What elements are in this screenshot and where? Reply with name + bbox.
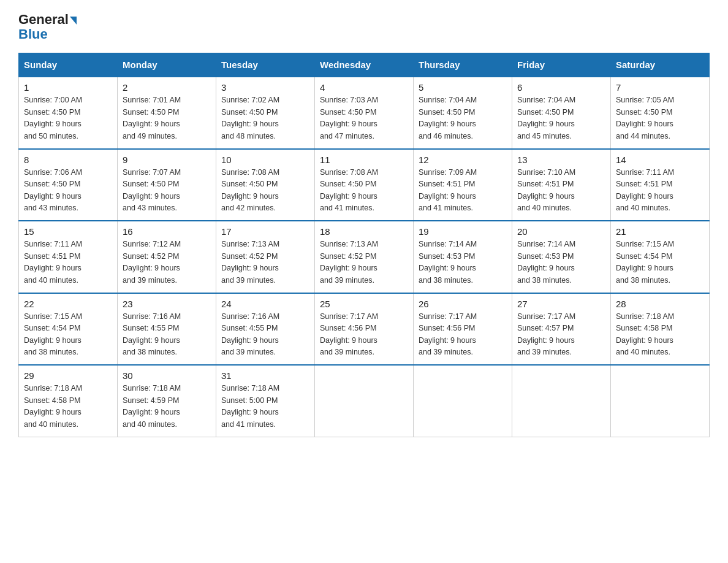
- day-info: Sunrise: 7:00 AMSunset: 4:50 PMDaylight:…: [24, 96, 82, 140]
- logo-blue: Blue: [18, 27, 48, 42]
- day-number: 21: [616, 226, 704, 237]
- day-info: Sunrise: 7:14 AMSunset: 4:53 PMDaylight:…: [419, 240, 477, 284]
- day-number: 22: [24, 299, 112, 309]
- weekday-header-sunday: Sunday: [19, 53, 118, 77]
- day-info: Sunrise: 7:13 AMSunset: 4:52 PMDaylight:…: [221, 240, 279, 284]
- day-info: Sunrise: 7:16 AMSunset: 4:55 PMDaylight:…: [221, 312, 279, 356]
- day-info: Sunrise: 7:18 AMSunset: 4:58 PMDaylight:…: [616, 312, 674, 356]
- day-number: 4: [320, 82, 408, 93]
- calendar-cell: 19 Sunrise: 7:14 AMSunset: 4:53 PMDaylig…: [414, 221, 512, 293]
- day-number: 31: [221, 370, 309, 381]
- day-info: Sunrise: 7:07 AMSunset: 4:50 PMDaylight:…: [123, 168, 181, 212]
- day-number: 2: [123, 82, 211, 93]
- day-info: Sunrise: 7:08 AMSunset: 4:50 PMDaylight:…: [320, 168, 378, 212]
- day-number: 10: [221, 155, 309, 165]
- calendar-cell: 20 Sunrise: 7:14 AMSunset: 4:53 PMDaylig…: [512, 221, 611, 293]
- logo-general: General: [18, 12, 69, 27]
- calendar-cell: 18 Sunrise: 7:13 AMSunset: 4:52 PMDaylig…: [315, 221, 414, 293]
- logo-arrow-icon: [70, 17, 77, 25]
- calendar-week-row: 8 Sunrise: 7:06 AMSunset: 4:50 PMDayligh…: [19, 149, 710, 221]
- calendar-table: SundayMondayTuesdayWednesdayThursdayFrid…: [18, 53, 710, 437]
- day-number: 15: [24, 226, 112, 237]
- day-number: 12: [419, 155, 507, 165]
- page-header: General Blue: [18, 12, 710, 42]
- day-info: Sunrise: 7:17 AMSunset: 4:56 PMDaylight:…: [419, 312, 477, 356]
- calendar-cell: 21 Sunrise: 7:15 AMSunset: 4:54 PMDaylig…: [611, 221, 710, 293]
- day-number: 9: [123, 155, 211, 165]
- day-info: Sunrise: 7:02 AMSunset: 4:50 PMDaylight:…: [221, 96, 279, 140]
- weekday-header-row: SundayMondayTuesdayWednesdayThursdayFrid…: [19, 53, 710, 77]
- weekday-header-thursday: Thursday: [414, 53, 512, 77]
- day-info: Sunrise: 7:09 AMSunset: 4:51 PMDaylight:…: [419, 168, 477, 212]
- day-number: 6: [517, 82, 605, 93]
- day-number: 1: [24, 82, 112, 93]
- day-info: Sunrise: 7:17 AMSunset: 4:57 PMDaylight:…: [517, 312, 575, 356]
- day-number: 29: [24, 370, 112, 381]
- calendar-cell: 3 Sunrise: 7:02 AMSunset: 4:50 PMDayligh…: [216, 77, 315, 149]
- calendar-cell: 26 Sunrise: 7:17 AMSunset: 4:56 PMDaylig…: [414, 293, 512, 366]
- weekday-header-wednesday: Wednesday: [315, 53, 414, 77]
- day-info: Sunrise: 7:06 AMSunset: 4:50 PMDaylight:…: [24, 168, 82, 212]
- calendar-cell: 12 Sunrise: 7:09 AMSunset: 4:51 PMDaylig…: [414, 149, 512, 221]
- day-number: 28: [616, 299, 704, 309]
- day-number: 25: [320, 299, 408, 309]
- calendar-week-row: 29 Sunrise: 7:18 AMSunset: 4:58 PMDaylig…: [19, 365, 710, 437]
- weekday-header-monday: Monday: [118, 53, 216, 77]
- calendar-cell: 28 Sunrise: 7:18 AMSunset: 4:58 PMDaylig…: [611, 293, 710, 366]
- day-info: Sunrise: 7:12 AMSunset: 4:52 PMDaylight:…: [123, 240, 181, 284]
- calendar-cell: 30 Sunrise: 7:18 AMSunset: 4:59 PMDaylig…: [118, 365, 216, 437]
- day-number: 24: [221, 299, 309, 309]
- calendar-cell: 22 Sunrise: 7:15 AMSunset: 4:54 PMDaylig…: [19, 293, 118, 366]
- calendar-cell: [611, 365, 710, 437]
- weekday-header-friday: Friday: [512, 53, 611, 77]
- calendar-cell: 13 Sunrise: 7:10 AMSunset: 4:51 PMDaylig…: [512, 149, 611, 221]
- day-info: Sunrise: 7:11 AMSunset: 4:51 PMDaylight:…: [24, 240, 82, 284]
- calendar-cell: 7 Sunrise: 7:05 AMSunset: 4:50 PMDayligh…: [611, 77, 710, 149]
- day-info: Sunrise: 7:08 AMSunset: 4:50 PMDaylight:…: [221, 168, 279, 212]
- calendar-cell: 14 Sunrise: 7:11 AMSunset: 4:51 PMDaylig…: [611, 149, 710, 221]
- day-number: 11: [320, 155, 408, 165]
- day-number: 26: [419, 299, 507, 309]
- day-info: Sunrise: 7:10 AMSunset: 4:51 PMDaylight:…: [517, 168, 575, 212]
- day-number: 3: [221, 82, 309, 93]
- day-info: Sunrise: 7:18 AMSunset: 5:00 PMDaylight:…: [221, 384, 279, 428]
- day-number: 27: [517, 299, 605, 309]
- day-number: 18: [320, 226, 408, 237]
- day-number: 30: [123, 370, 211, 381]
- day-info: Sunrise: 7:18 AMSunset: 4:58 PMDaylight:…: [24, 384, 82, 428]
- day-number: 5: [419, 82, 507, 93]
- logo: General Blue: [18, 12, 77, 42]
- calendar-cell: 23 Sunrise: 7:16 AMSunset: 4:55 PMDaylig…: [118, 293, 216, 366]
- calendar-cell: [414, 365, 512, 437]
- calendar-cell: 4 Sunrise: 7:03 AMSunset: 4:50 PMDayligh…: [315, 77, 414, 149]
- weekday-header-tuesday: Tuesday: [216, 53, 315, 77]
- day-info: Sunrise: 7:13 AMSunset: 4:52 PMDaylight:…: [320, 240, 378, 284]
- day-info: Sunrise: 7:18 AMSunset: 4:59 PMDaylight:…: [123, 384, 181, 428]
- calendar-cell: [315, 365, 414, 437]
- calendar-week-row: 1 Sunrise: 7:00 AMSunset: 4:50 PMDayligh…: [19, 77, 710, 149]
- calendar-cell: 27 Sunrise: 7:17 AMSunset: 4:57 PMDaylig…: [512, 293, 611, 366]
- day-number: 19: [419, 226, 507, 237]
- day-number: 7: [616, 82, 704, 93]
- day-info: Sunrise: 7:15 AMSunset: 4:54 PMDaylight:…: [616, 240, 674, 284]
- day-number: 20: [517, 226, 605, 237]
- calendar-cell: 9 Sunrise: 7:07 AMSunset: 4:50 PMDayligh…: [118, 149, 216, 221]
- day-number: 14: [616, 155, 704, 165]
- calendar-cell: 16 Sunrise: 7:12 AMSunset: 4:52 PMDaylig…: [118, 221, 216, 293]
- day-number: 17: [221, 226, 309, 237]
- calendar-cell: 24 Sunrise: 7:16 AMSunset: 4:55 PMDaylig…: [216, 293, 315, 366]
- calendar-cell: 2 Sunrise: 7:01 AMSunset: 4:50 PMDayligh…: [118, 77, 216, 149]
- calendar-cell: [512, 365, 611, 437]
- day-info: Sunrise: 7:16 AMSunset: 4:55 PMDaylight:…: [123, 312, 181, 356]
- day-info: Sunrise: 7:11 AMSunset: 4:51 PMDaylight:…: [616, 168, 674, 212]
- weekday-header-saturday: Saturday: [611, 53, 710, 77]
- calendar-cell: 31 Sunrise: 7:18 AMSunset: 5:00 PMDaylig…: [216, 365, 315, 437]
- day-number: 23: [123, 299, 211, 309]
- calendar-cell: 17 Sunrise: 7:13 AMSunset: 4:52 PMDaylig…: [216, 221, 315, 293]
- day-number: 13: [517, 155, 605, 165]
- calendar-cell: 29 Sunrise: 7:18 AMSunset: 4:58 PMDaylig…: [19, 365, 118, 437]
- calendar-cell: 8 Sunrise: 7:06 AMSunset: 4:50 PMDayligh…: [19, 149, 118, 221]
- calendar-cell: 1 Sunrise: 7:00 AMSunset: 4:50 PMDayligh…: [19, 77, 118, 149]
- calendar-cell: 5 Sunrise: 7:04 AMSunset: 4:50 PMDayligh…: [414, 77, 512, 149]
- day-info: Sunrise: 7:17 AMSunset: 4:56 PMDaylight:…: [320, 312, 378, 356]
